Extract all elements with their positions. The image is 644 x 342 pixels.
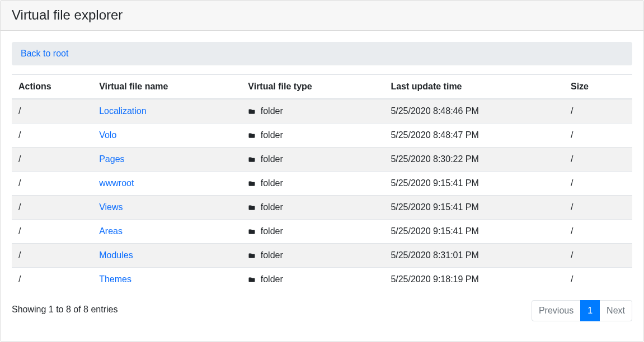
cell-actions: / — [12, 267, 92, 291]
cell-actions: / — [12, 219, 92, 243]
breadcrumb: Back to root — [12, 42, 632, 65]
page-next: Next — [600, 300, 632, 321]
cell-time: 5/25/2020 8:48:46 PM — [384, 99, 564, 124]
cell-name: Volo — [92, 123, 241, 147]
header-name[interactable]: Virtual file name — [92, 74, 241, 99]
file-table: Actions Virtual file name Virtual file t… — [12, 74, 632, 291]
table-row: /Modules folder5/25/2020 8:31:01 PM/ — [12, 243, 632, 267]
cell-actions: / — [12, 195, 92, 219]
folder-icon — [248, 132, 256, 139]
pagination: Previous 1 Next — [117, 300, 632, 321]
header-actions[interactable]: Actions — [12, 74, 92, 99]
file-name-link[interactable]: Localization — [99, 106, 147, 116]
cell-time: 5/25/2020 9:15:41 PM — [384, 171, 564, 195]
folder-icon — [248, 205, 256, 211]
file-explorer-card: Virtual file explorer Back to root Actio… — [0, 0, 644, 342]
cell-type: folder — [241, 267, 384, 291]
file-name-link[interactable]: Views — [99, 202, 123, 212]
header-size[interactable]: Size — [564, 74, 632, 99]
cell-size: / — [564, 243, 632, 267]
cell-size: / — [564, 195, 632, 219]
back-to-root-link[interactable]: Back to root — [21, 49, 68, 58]
cell-actions: / — [12, 123, 92, 147]
cell-time: 5/25/2020 8:30:22 PM — [384, 147, 564, 171]
table-row: /Volo folder5/25/2020 8:48:47 PM/ — [12, 123, 632, 147]
cell-type: folder — [241, 243, 384, 267]
breadcrumb-nav: Back to root — [12, 42, 632, 65]
cell-name: Pages — [92, 147, 241, 171]
cell-name: Themes — [92, 267, 241, 291]
next-link[interactable]: Next — [599, 300, 632, 321]
table-row: /Views folder5/25/2020 9:15:41 PM/ — [12, 195, 632, 219]
cell-type: folder — [241, 171, 384, 195]
folder-icon — [248, 277, 256, 283]
table-row: /Themes folder5/25/2020 9:18:19 PM/ — [12, 267, 632, 291]
table-row: /Pages folder5/25/2020 8:30:22 PM/ — [12, 147, 632, 171]
folder-icon — [248, 253, 256, 259]
table-footer: Showing 1 to 8 of 8 entries Previous 1 N… — [12, 300, 632, 321]
cell-name: Views — [92, 195, 241, 219]
cell-size: / — [564, 171, 632, 195]
cell-type: folder — [241, 123, 384, 147]
cell-size: / — [564, 99, 632, 124]
breadcrumb-item: Back to root — [21, 49, 68, 59]
file-name-link[interactable]: wwwroot — [99, 178, 134, 188]
cell-time: 5/25/2020 9:15:41 PM — [384, 195, 564, 219]
file-name-link[interactable]: Volo — [99, 130, 116, 140]
folder-icon — [248, 108, 256, 115]
cell-actions: / — [12, 243, 92, 267]
cell-time: 5/25/2020 9:15:41 PM — [384, 219, 564, 243]
cell-size: / — [564, 147, 632, 171]
page-title: Virtual file explorer — [12, 7, 632, 23]
cell-size: / — [564, 219, 632, 243]
card-body: Back to root Actions Virtual file name V… — [1, 31, 643, 332]
file-name-link[interactable]: Areas — [99, 226, 123, 236]
page-1: 1 — [581, 300, 600, 321]
cell-time: 5/25/2020 8:48:47 PM — [384, 123, 564, 147]
cell-name: wwwroot — [92, 171, 241, 195]
folder-icon — [248, 156, 256, 163]
cell-type: folder — [241, 147, 384, 171]
cell-time: 5/25/2020 9:18:19 PM — [384, 267, 564, 291]
cell-time: 5/25/2020 8:31:01 PM — [384, 243, 564, 267]
cell-actions: / — [12, 99, 92, 124]
cell-type: folder — [241, 195, 384, 219]
cell-size: / — [564, 267, 632, 291]
cell-size: / — [564, 123, 632, 147]
folder-icon — [248, 180, 256, 187]
folder-icon — [248, 229, 256, 235]
file-name-link[interactable]: Themes — [99, 274, 131, 284]
card-header: Virtual file explorer — [1, 1, 643, 31]
cell-name: Modules — [92, 243, 241, 267]
cell-type: folder — [241, 219, 384, 243]
entries-info: Showing 1 to 8 of 8 entries — [12, 300, 117, 315]
cell-name: Areas — [92, 219, 241, 243]
header-type[interactable]: Virtual file type — [241, 74, 384, 99]
cell-actions: / — [12, 147, 92, 171]
file-name-link[interactable]: Modules — [99, 250, 133, 260]
table-header-row: Actions Virtual file name Virtual file t… — [12, 74, 632, 99]
header-time[interactable]: Last update time — [384, 74, 564, 99]
table-row: /Areas folder5/25/2020 9:15:41 PM/ — [12, 219, 632, 243]
previous-link[interactable]: Previous — [532, 300, 581, 321]
cell-actions: / — [12, 171, 92, 195]
cell-type: folder — [241, 99, 384, 124]
cell-name: Localization — [92, 99, 241, 124]
file-name-link[interactable]: Pages — [99, 154, 124, 164]
page-previous: Previous — [532, 300, 581, 321]
table-row: /Localization folder5/25/2020 8:48:46 PM… — [12, 99, 632, 124]
page-1-link[interactable]: 1 — [580, 300, 600, 321]
table-row: /wwwroot folder5/25/2020 9:15:41 PM/ — [12, 171, 632, 195]
